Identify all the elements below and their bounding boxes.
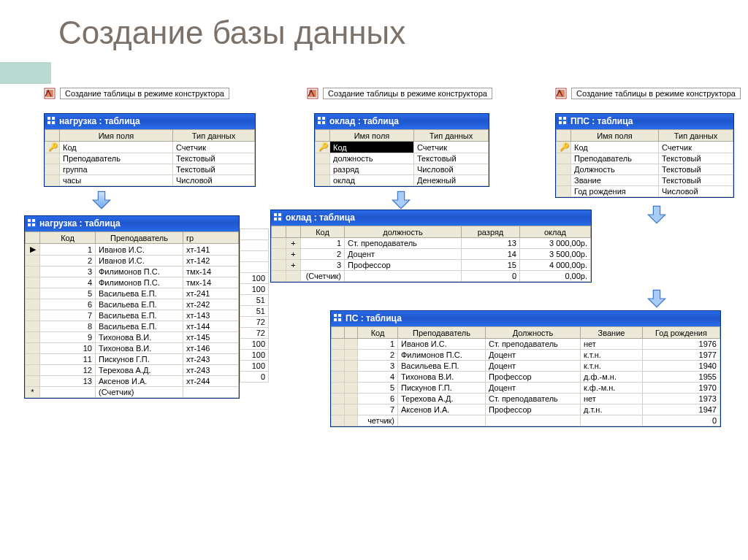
field-name-cell[interactable]: Код	[330, 142, 414, 153]
table-row[interactable]: ▶1Иванов И.С.хт-141	[26, 244, 239, 256]
cell[interactable]: 2	[40, 256, 96, 266]
design-row[interactable]: Год рожденияЧисловой	[557, 186, 733, 197]
cell[interactable]: 2	[301, 249, 345, 260]
design-row[interactable]: 🔑КодСчетчик	[316, 142, 489, 153]
row-selector[interactable]: 🔑	[316, 142, 330, 153]
row-selector[interactable]	[26, 332, 40, 343]
row-selector[interactable]	[26, 343, 40, 354]
cell[interactable]: 5	[40, 288, 96, 299]
row-selector[interactable]	[26, 310, 40, 321]
field-name-cell[interactable]: должность	[330, 153, 414, 164]
cell[interactable]: Тихонова В.И.	[96, 332, 183, 343]
row-selector[interactable]	[26, 288, 40, 299]
row-selector[interactable]: *	[26, 387, 40, 398]
cell[interactable]: Аксенов И.А.	[398, 404, 486, 415]
row-selector[interactable]	[557, 153, 571, 164]
cell[interactable]: 13	[40, 376, 96, 387]
table-row[interactable]: +3Профессор154 000,00р.	[272, 260, 591, 271]
cell[interactable]: хт-241	[183, 288, 239, 299]
data-grid[interactable]: КодПреподавательгр ▶1Иванов И.С.хт-1412И…	[25, 231, 239, 398]
cell[interactable]: 15	[462, 260, 520, 271]
field-type-cell[interactable]: Числовой	[659, 186, 733, 197]
table-row[interactable]: 2Иванов И.С.хт-142	[26, 256, 239, 266]
cell[interactable]: 1940	[643, 361, 720, 372]
cell[interactable]: Профессор	[345, 260, 462, 271]
cell[interactable]: Ст. преподаватель	[486, 339, 581, 350]
cell[interactable]: Доцент	[486, 361, 581, 372]
cell[interactable]: (Счетчик)	[301, 271, 345, 282]
row-selector[interactable]	[45, 153, 60, 164]
cell[interactable]: 6	[358, 394, 398, 404]
cell[interactable]: Пискунов Г.П.	[398, 383, 486, 394]
field-type-cell[interactable]: Текстовый	[659, 175, 733, 186]
expand-toggle[interactable]	[345, 383, 358, 394]
field-name-cell[interactable]: Преподаватель	[571, 153, 659, 164]
cell[interactable]: Ст. преподаватель	[486, 394, 581, 404]
cell[interactable]: 0	[643, 415, 720, 426]
cell[interactable]: хт-242	[183, 299, 239, 310]
design-window-pps[interactable]: ППС : таблица Имя поляТип данных 🔑КодСче…	[555, 113, 734, 198]
field-name-cell[interactable]: Должность	[571, 164, 659, 175]
cell[interactable]: Иванов И.С.	[96, 256, 183, 266]
design-row[interactable]: часыЧисловой	[45, 175, 255, 186]
cell[interactable]: 2	[358, 350, 398, 361]
data-grid[interactable]: КодПреподавательДолжностьЗваниеГод рожде…	[331, 326, 720, 426]
cell[interactable]	[183, 387, 239, 398]
design-window-oklad[interactable]: оклад : таблица Имя поляТип данных 🔑КодС…	[314, 113, 489, 187]
cell[interactable]: 12	[40, 365, 96, 376]
row-selector[interactable]	[332, 394, 345, 404]
expand-toggle[interactable]	[345, 361, 358, 372]
cell[interactable]: Терехова А.Д.	[398, 394, 486, 404]
field-type-cell[interactable]: Числовой	[414, 164, 489, 175]
field-type-cell[interactable]: Текстовый	[173, 164, 255, 175]
expand-toggle[interactable]: +	[286, 238, 301, 249]
table-row[interactable]: 7Аксенов И.А.Профессорд.т.н.1947	[332, 404, 720, 415]
table-row[interactable]: 10Тихонова В.И.хт-146	[26, 343, 239, 354]
table-row[interactable]: 2Филимонов П.С.Доцентк.т.н.1977	[332, 350, 720, 361]
cell[interactable]: Васильева Е.П.	[96, 321, 183, 332]
cell[interactable]: Филимонов П.С.	[398, 350, 486, 361]
cell[interactable]: хт-141	[183, 244, 239, 256]
cell[interactable]: Профессор	[486, 372, 581, 383]
cell[interactable]: 1973	[643, 394, 720, 404]
cell[interactable]	[581, 415, 643, 426]
row-selector[interactable]	[26, 256, 40, 266]
cell[interactable]: Васильева Е.П.	[96, 299, 183, 310]
cell[interactable]: д.ф.-м.н.	[581, 372, 643, 383]
create-designer-link[interactable]: Создание таблицы в режиме конструктора	[323, 88, 492, 99]
design-row[interactable]: 🔑КодСчетчик	[557, 142, 733, 153]
cell[interactable]: 4	[40, 277, 96, 288]
field-type-cell[interactable]: Счетчик	[414, 142, 489, 153]
field-name-cell[interactable]: Год рождения	[571, 186, 659, 197]
cell[interactable]: 1	[301, 238, 345, 249]
field-type-cell[interactable]: Текстовый	[659, 153, 733, 164]
cell[interactable]: 1	[40, 244, 96, 256]
row-selector[interactable]: 🔑	[45, 142, 60, 153]
field-name-cell[interactable]: Код	[60, 142, 173, 153]
table-row[interactable]: +2Доцент143 500,00р.	[272, 249, 591, 260]
design-grid[interactable]: Имя поляТип данных 🔑КодСчетчикПреподават…	[556, 129, 733, 197]
cell[interactable]: 8	[40, 321, 96, 332]
window-titlebar[interactable]: ПС : таблица	[331, 311, 720, 326]
cell[interactable]: хт-243	[183, 365, 239, 376]
table-row[interactable]: 9Тихонова В.И.хт-145	[26, 332, 239, 343]
cell[interactable]: 13	[462, 238, 520, 249]
cell[interactable]: Профессор	[486, 404, 581, 415]
field-name-cell[interactable]: группа	[60, 164, 173, 175]
cell[interactable]: 1976	[643, 339, 720, 350]
cell[interactable]: тмх-14	[183, 266, 239, 277]
table-row[interactable]: 11Пискунов Г.П.хт-243	[26, 354, 239, 365]
row-selector[interactable]	[272, 238, 286, 249]
data-window-pps[interactable]: ПС : таблица КодПреподавательДолжностьЗв…	[330, 310, 721, 427]
design-row[interactable]: разрядЧисловой	[316, 164, 489, 175]
window-titlebar[interactable]: ППС : таблица	[556, 114, 733, 129]
design-row[interactable]: ПреподавательТекстовый	[557, 153, 733, 164]
expand-toggle[interactable]	[345, 339, 358, 350]
cell[interactable]: Доцент	[486, 383, 581, 394]
table-row[interactable]: +1Ст. преподаватель133 000,00р.	[272, 238, 591, 249]
cell[interactable]: тмх-14	[183, 277, 239, 288]
cell[interactable]: 5	[358, 383, 398, 394]
cell[interactable]: хт-144	[183, 321, 239, 332]
cell[interactable]: 0,00р.	[520, 271, 591, 282]
table-row[interactable]: 1Иванов И.С.Ст. преподавательнет1976	[332, 339, 720, 350]
